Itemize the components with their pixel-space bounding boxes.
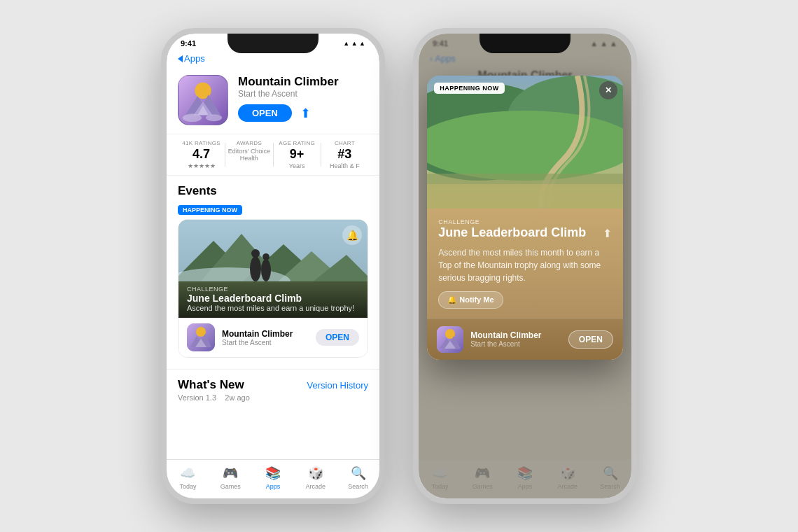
chart-sub: Health & F xyxy=(321,162,368,169)
modal-description: Ascend the most miles this month to earn… xyxy=(438,246,612,284)
chart-label: CHART xyxy=(321,140,368,146)
awards-label: AWARDS xyxy=(225,140,272,146)
version-number-1: Version 1.3 xyxy=(178,393,216,402)
svg-point-15 xyxy=(250,256,261,281)
status-icons-1: ▲ ▲ ▲ xyxy=(343,40,365,47)
happening-now-tag-1: HAPPENING NOW xyxy=(178,205,242,215)
back-label-1: Apps xyxy=(184,53,205,64)
search-label-1: Search xyxy=(348,483,368,490)
svg-point-16 xyxy=(251,249,260,258)
app-info-1: Mountain Climber Start the Ascent OPEN ⬆ xyxy=(238,75,368,122)
nav-bar-1: Apps xyxy=(167,50,379,69)
event-image-1: 🔔 CHALLENGE June Leaderboard Climb Ascen… xyxy=(178,220,368,318)
phone-2: 9:41 ▲ ▲ ▲ ‹ Apps Mountain Climber ☁️ To… xyxy=(413,28,637,504)
version-history-link[interactable]: Version History xyxy=(307,380,368,391)
back-button-1[interactable]: Apps xyxy=(178,53,205,64)
svg-point-5 xyxy=(183,113,202,122)
games-label-1: Games xyxy=(220,483,241,490)
mini-open-button-1[interactable]: OPEN xyxy=(316,329,359,346)
event-desc-1: Ascend the most miles and earn a unique … xyxy=(187,304,359,312)
chevron-left-icon-1 xyxy=(178,55,183,62)
rating-age: AGE RATING 9+ Years xyxy=(274,140,321,169)
app-actions-1: OPEN ⬆ xyxy=(238,104,368,122)
age-sub: Years xyxy=(274,162,321,169)
whats-new-title: What's New xyxy=(178,378,244,392)
challenge-label-1: CHALLENGE xyxy=(187,286,359,293)
awards-sub: Health xyxy=(225,155,272,162)
modal-overlay: HAPPENING NOW ✕ CHALLENGE June Leaderboa… xyxy=(419,34,631,498)
modal-footer-info: Mountain Climber Start the Ascent xyxy=(470,330,561,348)
mini-app-name-1: Mountain Climber xyxy=(222,329,309,339)
svg-point-18 xyxy=(262,253,270,260)
apps-label-1: Apps xyxy=(266,483,281,490)
modal-footer-app-icon xyxy=(437,326,463,353)
open-button-1[interactable]: OPEN xyxy=(238,104,292,122)
version-info-1: Version 1.3 2w ago xyxy=(178,393,368,402)
svg-point-6 xyxy=(206,114,222,121)
whats-new-section: What's New Version History Version 1.3 2… xyxy=(167,369,379,405)
modal-footer-app-sub: Start the Ascent xyxy=(470,340,561,348)
modal-title-row: June Leaderboard Climb ⬆ xyxy=(438,225,612,241)
rating-chart: CHART #3 Health & F xyxy=(321,140,368,169)
modal-body: CHALLENGE June Leaderboard Climb ⬆ Ascen… xyxy=(427,209,623,318)
modal-open-button[interactable]: OPEN xyxy=(568,330,613,349)
rating-value: 4.7 xyxy=(178,146,225,162)
arcade-label-1: Arcade xyxy=(306,483,326,490)
search-icon-1: 🔍 xyxy=(351,465,366,481)
age-label: AGE RATING xyxy=(274,140,321,146)
chart-value: #3 xyxy=(321,146,368,162)
tab-arcade-1[interactable]: 🎲 Arcade xyxy=(294,465,337,490)
apps-icon-1: 📚 xyxy=(265,465,281,481)
event-title-1: June Leaderboard Climb xyxy=(187,293,359,304)
games-icon-1: 🎮 xyxy=(223,465,238,481)
phone-1: 9:41 ▲ ▲ ▲ Apps xyxy=(161,28,385,504)
mini-app-icon-1 xyxy=(187,323,215,351)
tab-today-1[interactable]: ☁️ Today xyxy=(167,465,209,490)
tab-search-1[interactable]: 🔍 Search xyxy=(337,465,379,490)
rating-count: 41K RATINGS 4.7 ★★★★★ xyxy=(178,140,225,169)
modal-footer-app-name: Mountain Climber xyxy=(470,330,561,340)
event-detail-modal: HAPPENING NOW ✕ CHALLENGE June Leaderboa… xyxy=(427,76,623,360)
events-title: Events xyxy=(178,184,217,198)
rating-awards: AWARDS Editors' Choice Health xyxy=(225,140,272,169)
events-header: Events xyxy=(178,184,368,198)
age-value: 9+ xyxy=(274,146,321,162)
svg-point-20 xyxy=(196,327,206,337)
svg-rect-28 xyxy=(427,184,623,209)
version-age-1: 2w ago xyxy=(225,393,249,402)
status-time-1: 9:41 xyxy=(181,39,196,48)
modal-footer: Mountain Climber Start the Ascent OPEN xyxy=(427,318,623,360)
notch-1 xyxy=(227,34,318,53)
version-history-row: What's New Version History xyxy=(178,378,368,392)
app-icon-1 xyxy=(178,75,228,125)
event-card-1[interactable]: 🔔 CHALLENGE June Leaderboard Climb Ascen… xyxy=(178,219,368,358)
modal-share-icon[interactable]: ⬆ xyxy=(603,227,612,240)
modal-happening-tag: HAPPENING NOW xyxy=(434,83,505,94)
app-subtitle-1: Start the Ascent xyxy=(238,89,368,99)
tab-games-1[interactable]: 🎮 Games xyxy=(209,465,252,490)
stars: ★★★★★ xyxy=(178,162,225,169)
modal-challenge-label: CHALLENGE xyxy=(438,218,612,225)
app-name-1: Mountain Climber xyxy=(238,75,368,89)
mini-app-sub-1: Start the Ascent xyxy=(222,339,309,346)
arcade-icon-1: 🎲 xyxy=(308,465,323,481)
svg-point-26 xyxy=(427,111,623,181)
modal-notify-button[interactable]: 🔔 Notify Me xyxy=(438,291,503,309)
tab-bar-1: ☁️ Today 🎮 Games 📚 Apps 🎲 Arcade 🔍 Searc… xyxy=(167,459,379,498)
rating-count-label: 41K RATINGS xyxy=(178,140,225,146)
modal-image: HAPPENING NOW ✕ xyxy=(427,76,623,209)
modal-close-button[interactable]: ✕ xyxy=(599,81,617,99)
awards-value: Editors' Choice xyxy=(225,148,272,155)
app-header-1: Mountain Climber Start the Ascent OPEN ⬆ xyxy=(167,69,379,134)
modal-title: June Leaderboard Climb xyxy=(438,225,603,241)
ratings-row-1: 41K RATINGS 4.7 ★★★★★ AWARDS Editors' Ch… xyxy=(167,134,379,176)
mini-app-row-1: Mountain Climber Start the Ascent OPEN xyxy=(178,318,368,357)
event-overlay-1: CHALLENGE June Leaderboard Climb Ascend … xyxy=(178,280,368,318)
tab-apps-1[interactable]: 📚 Apps xyxy=(252,465,295,490)
mini-app-info-1: Mountain Climber Start the Ascent xyxy=(222,329,309,346)
svg-point-17 xyxy=(261,259,271,281)
today-icon-1: ☁️ xyxy=(180,465,195,481)
events-section: Events HAPPENING NOW xyxy=(167,176,379,369)
share-icon-1[interactable]: ⬆ xyxy=(300,106,311,121)
today-label-1: Today xyxy=(179,483,196,490)
